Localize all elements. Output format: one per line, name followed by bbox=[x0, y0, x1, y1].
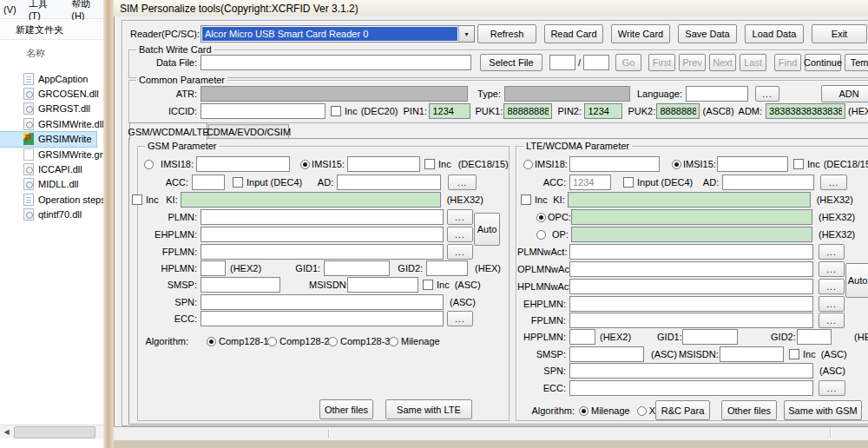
gsm-ad-browse-button[interactable]: ... bbox=[448, 175, 477, 190]
lte-hplmnwact-browse-button[interactable]: ... bbox=[819, 279, 845, 294]
file-item[interactable]: GRCOSEN.dll bbox=[0, 86, 103, 101]
gsm-plmn-input[interactable] bbox=[201, 209, 444, 225]
lte-hplmnwact-input[interactable] bbox=[569, 279, 813, 294]
template-button[interactable]: Template bbox=[845, 54, 868, 71]
gsm-fplmn-input[interactable] bbox=[201, 244, 444, 260]
file-item-selected[interactable]: GRSIMWrite bbox=[0, 132, 96, 147]
lte-imsi18-input[interactable] bbox=[569, 156, 660, 172]
horizontal-scrollbar[interactable]: ◀ bbox=[0, 425, 103, 438]
lte-opc-input[interactable] bbox=[571, 209, 812, 225]
lte-oplmnwact-browse-button[interactable]: ... bbox=[819, 261, 845, 277]
lte-milenage-radio[interactable] bbox=[579, 406, 589, 416]
file-item[interactable]: GRSIMWrite.dll bbox=[0, 116, 103, 131]
gsm-ad-input[interactable] bbox=[337, 175, 441, 190]
iccid-input[interactable] bbox=[201, 103, 326, 119]
lte-acc-input-checkbox[interactable] bbox=[623, 177, 634, 188]
lte-msisdn-inc-checkbox[interactable] bbox=[789, 349, 799, 359]
new-folder-button[interactable]: 新建文件夹 bbox=[16, 23, 63, 36]
gsm-fplmn-browse-button[interactable]: ... bbox=[447, 244, 473, 260]
exit-button[interactable]: Exit bbox=[812, 24, 867, 43]
lte-ecc-browse-button[interactable]: ... bbox=[819, 380, 845, 396]
file-item[interactable]: ICCAPI.dll bbox=[0, 161, 103, 176]
language-input[interactable] bbox=[686, 86, 748, 102]
gsm-msisdn-input[interactable] bbox=[347, 277, 418, 293]
lte-ad-input[interactable] bbox=[722, 175, 814, 190]
file-item[interactable]: Operation steps bbox=[0, 192, 103, 207]
lte-rc-para-button[interactable]: R&C Para bbox=[655, 400, 710, 420]
file-item[interactable]: GRRGST.dll bbox=[0, 102, 103, 116]
gsm-same-with-lte-button[interactable]: Same with LTE bbox=[385, 399, 472, 419]
gsm-comp128-3-radio[interactable] bbox=[328, 337, 338, 346]
lte-msisdn-input[interactable] bbox=[720, 346, 784, 362]
data-file-input[interactable] bbox=[201, 55, 471, 70]
lte-other-files-button[interactable]: Other files bbox=[721, 400, 777, 420]
file-item[interactable]: AppCaption bbox=[0, 71, 103, 86]
menu-help[interactable]: 帮助(H) bbox=[71, 0, 103, 21]
save-data-button[interactable]: Save Data bbox=[678, 24, 737, 43]
lte-ki-input[interactable] bbox=[568, 192, 811, 208]
lte-acc-input[interactable] bbox=[569, 175, 611, 190]
file-item[interactable]: GRSIMWrite.grsp bbox=[0, 147, 103, 161]
select-file-button[interactable]: Select File bbox=[480, 54, 542, 71]
gsm-msisdn-inc-checkbox[interactable] bbox=[423, 280, 433, 290]
language-browse-button[interactable]: ... bbox=[755, 86, 779, 102]
read-card-button[interactable]: Read Card bbox=[544, 24, 603, 43]
gsm-imsi18-radio[interactable] bbox=[144, 160, 154, 169]
continue-button[interactable]: Continue bbox=[805, 54, 841, 71]
batch-index-input[interactable] bbox=[549, 55, 575, 70]
gsm-gid1-input[interactable] bbox=[324, 260, 390, 276]
gsm-imsi15-input[interactable] bbox=[347, 156, 420, 172]
last-button[interactable]: Last bbox=[740, 54, 766, 71]
gsm-ecc-browse-button[interactable]: ... bbox=[447, 311, 473, 326]
gsm-ehplmn-browse-button[interactable]: ... bbox=[447, 227, 473, 242]
lte-same-with-gsm-button[interactable]: Same with GSM bbox=[784, 400, 862, 420]
gsm-ehplmn-input[interactable] bbox=[201, 227, 444, 242]
lte-ecc-input[interactable] bbox=[569, 380, 813, 396]
gsm-milenage-radio[interactable] bbox=[389, 337, 398, 346]
lte-plmnwact-input[interactable] bbox=[569, 244, 813, 260]
lte-plmnwact-browse-button[interactable]: ... bbox=[819, 244, 845, 260]
adn-button[interactable]: ADN bbox=[821, 85, 868, 102]
scroll-left-icon[interactable]: ◀ bbox=[0, 425, 13, 438]
puk2-input[interactable] bbox=[656, 103, 700, 119]
gsm-acc-input-checkbox[interactable] bbox=[233, 177, 243, 188]
tab-cdma-evdo-csim[interactable]: CDMA/EVDO/CSIM bbox=[208, 124, 289, 139]
gsm-imsi15-radio[interactable] bbox=[300, 160, 310, 169]
load-data-button[interactable]: Load Data bbox=[745, 24, 804, 43]
gsm-imsi-inc-checkbox[interactable] bbox=[424, 159, 435, 169]
gsm-comp128-2-radio[interactable] bbox=[267, 337, 277, 346]
name-column-header[interactable]: 名称 bbox=[0, 45, 103, 61]
find-button[interactable]: Find bbox=[774, 54, 801, 71]
scrollbar-thumb[interactable] bbox=[14, 426, 95, 438]
pin1-input[interactable] bbox=[429, 103, 470, 119]
lte-ehplmn-input[interactable] bbox=[569, 296, 813, 312]
prev-button[interactable]: Prev bbox=[679, 54, 706, 71]
gsm-imsi18-input[interactable] bbox=[196, 156, 290, 172]
next-button[interactable]: Next bbox=[709, 54, 736, 71]
lte-spn-input[interactable] bbox=[569, 363, 813, 379]
gsm-ki-inc-checkbox[interactable] bbox=[132, 194, 142, 205]
file-item[interactable]: qtintf70.dll bbox=[0, 208, 103, 222]
menu-view[interactable]: (V) bbox=[3, 4, 16, 15]
adm-input[interactable] bbox=[766, 103, 845, 119]
go-button[interactable]: Go bbox=[615, 54, 641, 71]
lte-imsi18-radio[interactable] bbox=[523, 160, 533, 169]
gsm-gid2-input[interactable] bbox=[426, 260, 468, 276]
lte-opc-radio[interactable] bbox=[536, 213, 546, 222]
file-item[interactable]: MIDLL.dll bbox=[0, 177, 103, 192]
lte-gid1-input[interactable] bbox=[682, 329, 738, 345]
lte-hpplmn-input[interactable] bbox=[569, 329, 595, 345]
gsm-plmn-browse-button[interactable]: ... bbox=[447, 209, 473, 225]
first-button[interactable]: First bbox=[648, 54, 675, 71]
lte-op-input[interactable] bbox=[571, 227, 812, 242]
lte-gid2-input[interactable] bbox=[797, 329, 832, 345]
lte-fplmn-browse-button[interactable]: ... bbox=[819, 313, 845, 328]
write-card-button[interactable]: Write Card bbox=[611, 24, 670, 43]
lte-ad-browse-button[interactable]: ... bbox=[820, 175, 847, 190]
gsm-ecc-input[interactable] bbox=[201, 311, 444, 326]
gsm-comp128-1-radio[interactable] bbox=[207, 337, 216, 346]
lte-ehplmn-browse-button[interactable]: ... bbox=[819, 296, 845, 312]
batch-total-input[interactable] bbox=[583, 55, 609, 70]
gsm-acc-input[interactable] bbox=[192, 175, 225, 190]
tab-gsm-wcdma-lte[interactable]: GSM/WCDMA/LTE bbox=[129, 122, 207, 140]
